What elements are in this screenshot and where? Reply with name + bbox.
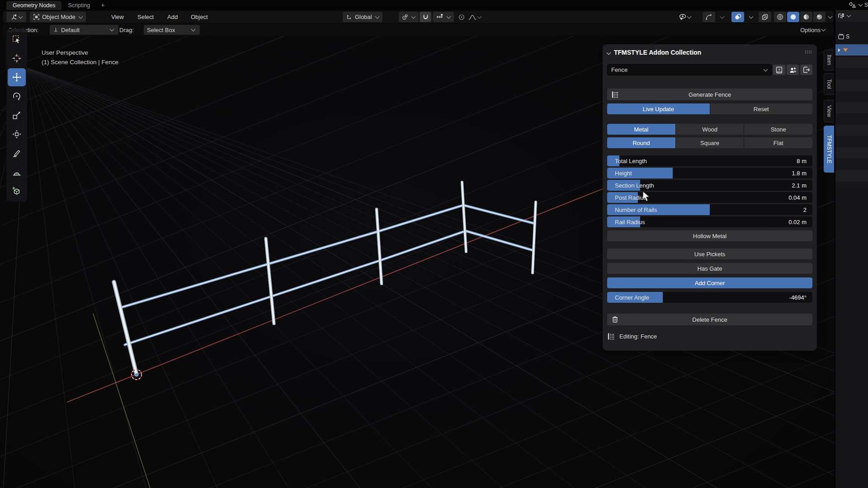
drag-label: Drag: (119, 25, 134, 35)
menu-add[interactable]: Add (164, 12, 181, 22)
outliner-rows (835, 57, 868, 188)
proportional-editing-icon (458, 14, 465, 20)
outliner-row-fence-selected[interactable] (835, 44, 868, 56)
shape-flat-button[interactable]: Flat (744, 137, 812, 148)
slider-section-length[interactable]: Section Length 2.1 m (607, 180, 812, 191)
snap-target-selector[interactable] (433, 12, 454, 22)
slider-post-radius[interactable]: Post Radius 0.04 m (607, 192, 812, 203)
proportional-editing-toggle[interactable] (456, 12, 467, 22)
slider-number-of-rails[interactable]: Number of Rails 2 (607, 204, 812, 215)
transform-icon (12, 129, 22, 139)
outliner-sliver: S (835, 10, 868, 488)
show-object-types-selector[interactable] (678, 12, 691, 22)
gizmos-toggle[interactable] (703, 12, 715, 22)
add-cube-tool[interactable] (8, 182, 26, 200)
falloff-selector[interactable] (468, 12, 481, 22)
shading-material-button[interactable] (800, 12, 812, 22)
editor-type-button[interactable] (6, 12, 26, 22)
panel-drag-grip[interactable] (805, 51, 812, 54)
shading-dropdown[interactable] (826, 12, 833, 22)
panel-title: TFMSTYLE Addon Collection (614, 49, 701, 56)
chevron-down-icon (821, 27, 826, 32)
export-button[interactable] (800, 65, 812, 75)
outliner-row-scene-collection[interactable]: S (835, 31, 868, 42)
reset-button[interactable]: Reset (710, 103, 813, 114)
outliner-header[interactable] (835, 10, 868, 22)
slider-value: -4694° (789, 294, 807, 301)
gizmo-icon (705, 14, 712, 20)
scene-selector-sliver[interactable]: S (849, 0, 868, 10)
cursor-3d-tool[interactable] (8, 49, 26, 67)
menu-view[interactable]: View (108, 12, 127, 22)
people-icon (789, 67, 797, 73)
orientation-dropdown[interactable]: Default (50, 25, 118, 35)
tool-settings-bar: Orientation: Default Drag: Select Box Op… (3, 24, 834, 36)
show-object-types-icon (678, 14, 686, 21)
options-dropdown[interactable]: Options (800, 25, 826, 35)
gizmo-dropdown[interactable] (717, 12, 726, 22)
overlays-dropdown[interactable] (745, 12, 755, 22)
live-update-reset-row: Live Update Reset (607, 103, 812, 114)
shape-round-button[interactable]: Round (607, 137, 675, 148)
use-pickets-button[interactable]: Use Pickets (607, 249, 812, 259)
snap-magnet-icon (422, 14, 429, 20)
live-update-button[interactable]: Live Update (607, 103, 710, 114)
shading-solid-button[interactable] (787, 12, 799, 22)
preset-dropdown[interactable]: Fence (607, 64, 772, 75)
overlays-toggle[interactable] (731, 12, 744, 22)
sidebar-tab-tfmstyle[interactable]: TFMSTYLE (824, 126, 834, 173)
rotate-tool[interactable] (8, 87, 26, 105)
fence-icon (607, 333, 615, 340)
viewport-overlay-text: User Perspective (1) Scene Collection | … (42, 48, 118, 67)
add-workspace-button[interactable]: + (96, 1, 109, 9)
shape-square-button[interactable]: Square (676, 137, 744, 148)
menu-select[interactable]: Select (134, 12, 157, 22)
annotate-tool[interactable] (8, 144, 26, 162)
delete-fence-button[interactable]: Delete Fence (607, 314, 812, 325)
material-metal-button[interactable]: Metal (607, 124, 675, 135)
slider-value: 8 m (797, 158, 807, 164)
collection-label: S (846, 33, 849, 40)
active-object-label: (1) Scene Collection | Fence (42, 57, 118, 67)
overlays-icon (734, 14, 741, 20)
shading-wireframe-button[interactable] (774, 12, 786, 22)
scale-tool[interactable] (8, 106, 26, 124)
tab-scripting[interactable]: Scripting (61, 1, 96, 10)
transform-tool[interactable] (8, 125, 26, 143)
slider-total-length[interactable]: Total Length 8 m (607, 155, 812, 166)
measure-tool[interactable] (8, 163, 26, 181)
menu-object[interactable]: Object (187, 12, 212, 22)
rotate-icon (12, 91, 22, 101)
generate-fence-button[interactable]: Generate Fence (607, 89, 812, 100)
material-stone-button[interactable]: Stone (744, 124, 812, 135)
sidebar-tab-view[interactable]: View (824, 100, 834, 122)
transform-orientation-selector[interactable]: Global (343, 12, 382, 22)
material-wood-button[interactable]: Wood (676, 124, 744, 135)
community-button[interactable] (787, 65, 799, 75)
mode-selector[interactable]: Object Mode (30, 12, 86, 22)
outliner-display-icon (838, 13, 844, 19)
select-box-icon (12, 34, 22, 44)
snap-toggle-button[interactable] (420, 12, 431, 22)
pivot-point-selector[interactable] (399, 12, 419, 22)
has-gate-button[interactable]: Has Gate (607, 263, 812, 274)
sidebar-tab-tool[interactable]: Tool (824, 73, 834, 95)
slider-corner-angle[interactable]: Corner Angle -4694° (607, 292, 812, 303)
slider-label: Number of Rails (615, 206, 657, 213)
editing-status-label: Editing: Fence (619, 333, 657, 340)
help-button[interactable]: ? (773, 65, 785, 75)
shading-rendered-button[interactable] (813, 12, 826, 22)
slider-height[interactable]: Height 1.8 m (607, 168, 812, 178)
add-corner-button[interactable]: Add Corner (607, 277, 812, 288)
sidebar-tab-item[interactable]: Item (824, 50, 834, 70)
hollow-metal-button[interactable]: Hollow Metal (607, 230, 812, 241)
tab-geometry-nodes[interactable]: Geometry Nodes (6, 1, 61, 10)
select-box-tool[interactable] (8, 30, 26, 48)
panel-header[interactable]: TFMSTYLE Addon Collection (607, 49, 812, 56)
drag-dropdown[interactable]: Select Box (144, 25, 200, 35)
slider-rail-radius[interactable]: Rail Radius 0.02 m (607, 216, 812, 227)
xray-toggle[interactable] (759, 12, 771, 22)
expand-arrow-icon[interactable] (838, 48, 840, 52)
move-tool[interactable] (8, 68, 26, 86)
panel-collapse-icon[interactable] (607, 50, 611, 55)
